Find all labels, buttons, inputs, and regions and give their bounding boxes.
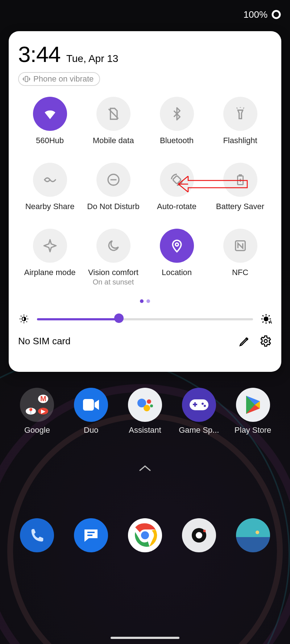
brightness-slider[interactable] <box>37 315 253 323</box>
auto-rotate-icon <box>170 173 184 187</box>
svg-rect-20 <box>194 402 196 407</box>
status-bar: 100% <box>0 0 290 29</box>
tile-label: Nearby Share <box>25 202 75 211</box>
battery-ring-icon <box>271 9 281 20</box>
settings-button[interactable] <box>260 335 272 347</box>
page-indicator <box>18 299 272 303</box>
app-label: Assistant <box>129 425 161 435</box>
tile-auto-rotate[interactable]: Auto-rotate <box>145 163 208 211</box>
tile-dnd[interactable]: Do Not Disturb <box>82 163 145 211</box>
svg-point-0 <box>273 11 280 18</box>
ringer-mode-label: Phone on vibrate <box>33 74 94 84</box>
messages-icon <box>74 518 108 552</box>
tile-label: Airplane mode <box>24 268 76 277</box>
tile-label: Bluetooth <box>160 136 194 145</box>
svg-rect-18 <box>190 399 208 410</box>
tile-bluetooth[interactable]: Bluetooth <box>145 97 208 145</box>
svg-text:A: A <box>269 320 272 325</box>
app-drawer-handle[interactable] <box>0 464 290 473</box>
tile-nearby-share[interactable]: Nearby Share <box>18 163 82 211</box>
app-label: Google <box>24 425 50 435</box>
tile-battery-saver[interactable]: Battery Saver <box>208 163 272 211</box>
app-messages[interactable] <box>64 518 118 552</box>
tile-flashlight[interactable]: Flashlight <box>208 97 272 145</box>
duo-icon <box>74 388 108 422</box>
app-game-space[interactable]: Game Sp... <box>172 388 226 435</box>
nfc-icon <box>233 238 248 253</box>
brightness-row: A <box>18 313 272 325</box>
airplane-icon <box>43 238 57 253</box>
svg-point-31 <box>256 531 259 534</box>
ringer-mode-chip[interactable]: Phone on vibrate <box>18 72 100 86</box>
tile-label: Do Not Disturb <box>87 202 139 211</box>
gesture-home-indicator[interactable] <box>111 637 179 639</box>
svg-point-30 <box>203 530 206 532</box>
pager-dot <box>146 299 150 303</box>
svg-point-27 <box>141 531 149 539</box>
nearby-share-icon <box>43 173 57 187</box>
tiles-grid: 560Hub Mobile data Bluetooth Flashlight <box>18 97 272 286</box>
edit-tiles-button[interactable] <box>239 335 251 347</box>
pager-dot <box>140 299 144 303</box>
app-label: Duo <box>84 425 98 435</box>
svg-point-12 <box>264 340 268 343</box>
app-chrome[interactable] <box>118 518 172 552</box>
tile-label: Mobile data <box>93 136 134 145</box>
tile-label: Vision comfort <box>88 268 138 277</box>
moon-icon <box>106 238 121 253</box>
home-apps-row-1: M 📍 ▶ Google Duo Assistant Game Sp... Pl… <box>0 388 290 435</box>
chrome-icon <box>128 518 162 552</box>
svg-point-10 <box>264 316 268 321</box>
tile-wifi[interactable]: 560Hub <box>18 97 82 145</box>
app-gallery[interactable] <box>226 518 280 552</box>
dnd-icon <box>106 173 121 187</box>
assistant-icon <box>128 388 162 422</box>
svg-rect-5 <box>173 175 181 184</box>
play-store-icon <box>236 388 270 422</box>
tile-airplane[interactable]: Airplane mode <box>18 229 82 286</box>
vibrate-icon <box>22 75 30 83</box>
app-duo[interactable]: Duo <box>64 388 118 435</box>
tile-mobile-data[interactable]: Mobile data <box>82 97 145 145</box>
phone-icon <box>20 518 54 552</box>
app-label: Game Sp... <box>179 425 219 435</box>
svg-point-15 <box>147 399 151 404</box>
svg-point-17 <box>150 404 153 407</box>
tile-label: Battery Saver <box>216 202 264 211</box>
app-play-store[interactable]: Play Store <box>226 388 280 435</box>
tile-nfc[interactable]: NFC <box>208 229 272 286</box>
svg-point-7 <box>175 243 178 246</box>
svg-point-21 <box>202 403 204 405</box>
location-icon <box>170 238 184 253</box>
flashlight-icon <box>233 107 248 121</box>
quick-settings-panel: 3:44 Tue, Apr 13 Phone on vibrate 560Hub… <box>9 31 281 372</box>
svg-rect-1 <box>25 76 28 82</box>
tile-vision-comfort[interactable]: Vision comfort On at sunset <box>82 229 145 286</box>
sim-status: No SIM card <box>18 336 230 347</box>
folder-icon: M 📍 ▶ <box>20 388 54 422</box>
tile-label: NFC <box>232 268 248 277</box>
app-assistant[interactable]: Assistant <box>118 388 172 435</box>
app-google-folder[interactable]: M 📍 ▶ Google <box>10 388 64 435</box>
clock-date: Tue, Apr 13 <box>66 53 119 65</box>
game-space-icon <box>182 388 216 422</box>
battery-saver-icon <box>234 173 247 186</box>
brightness-low-icon <box>18 313 30 325</box>
svg-point-22 <box>204 405 206 407</box>
svg-point-29 <box>196 532 202 539</box>
tile-location[interactable]: Location <box>145 229 208 286</box>
app-phone[interactable] <box>10 518 64 552</box>
auto-brightness-icon[interactable]: A <box>260 313 272 325</box>
app-label: Play Store <box>235 425 272 435</box>
home-dock <box>0 518 290 552</box>
svg-rect-13 <box>83 399 94 411</box>
tile-label: Location <box>162 268 192 277</box>
bluetooth-icon <box>170 107 184 121</box>
camera-icon <box>182 518 216 552</box>
battery-percent: 100% <box>244 9 268 20</box>
tile-label: Auto-rotate <box>157 202 196 211</box>
app-camera[interactable] <box>172 518 226 552</box>
no-sim-icon <box>106 107 121 121</box>
tile-label: 560Hub <box>36 136 64 145</box>
tile-sublabel: On at sunset <box>93 278 134 286</box>
